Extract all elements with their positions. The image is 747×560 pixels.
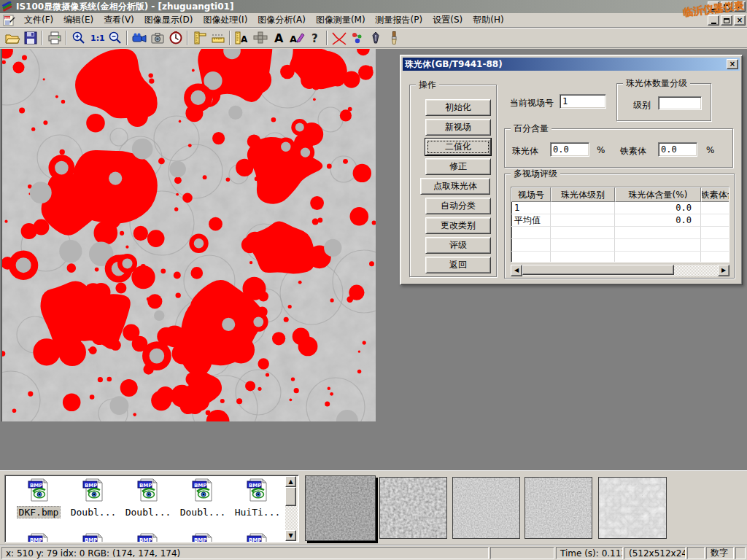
grid-cross-button[interactable] [251, 29, 269, 47]
col-pearlite-content[interactable]: 珠光体含量(%) [615, 187, 701, 202]
svg-text:A: A [241, 34, 248, 44]
file-name[interactable]: Doubl... [124, 507, 173, 518]
document-system-icon[interactable]: DOC [3, 15, 16, 26]
scroll-up-button[interactable]: ▲ [285, 476, 296, 487]
menu-image-analysis[interactable]: 图像分析(A) [252, 12, 311, 28]
mdi-close-button[interactable]: × [734, 15, 746, 26]
file-item[interactable]: HuiTi... [231, 478, 284, 518]
ruler-button[interactable] [209, 29, 227, 47]
pearlite-input[interactable] [550, 142, 589, 157]
cell-pearlite: 0.0 [615, 214, 701, 227]
cell-grade [551, 214, 615, 227]
svg-text:?: ? [311, 32, 318, 45]
current-field-input[interactable] [560, 94, 606, 109]
ferrite-input[interactable] [658, 142, 697, 157]
minimize-button[interactable] [708, 1, 719, 12]
caliper-button[interactable] [190, 29, 209, 47]
menu-image-display[interactable]: 图像显示(D) [139, 12, 198, 28]
grade-level-label: 级别 [633, 99, 651, 112]
table-row[interactable]: 1 0.0 [511, 202, 729, 214]
menu-image-process[interactable]: 图像处理(I) [198, 12, 252, 28]
file-item[interactable]: Doubl... [67, 478, 120, 518]
file-item[interactable]: DKF.bmp [12, 478, 65, 518]
file-name[interactable]: Doubl... [69, 507, 118, 518]
particle-classify-button[interactable]: a [348, 29, 366, 47]
percent-group-label: 百分含量 [511, 123, 551, 133]
zoom-in-button[interactable] [69, 29, 88, 47]
mdi-minimize-button[interactable] [708, 15, 719, 26]
close-button[interactable]: × [734, 1, 746, 12]
dialog-close-button[interactable]: × [727, 59, 738, 69]
rate-button[interactable]: 评级 [425, 237, 491, 254]
file-name[interactable]: Doubl... [179, 507, 228, 518]
return-button[interactable]: 返回 [425, 257, 491, 273]
new-field-button[interactable]: 新视场 [425, 119, 491, 136]
save-button[interactable] [21, 29, 39, 47]
cell-field-no: 1 [511, 202, 551, 214]
help-button[interactable]: ? [306, 29, 324, 47]
col-field-no[interactable]: 视场号 [511, 187, 551, 202]
horizontal-scroll-thumb[interactable] [522, 265, 674, 275]
grade-level-input[interactable] [658, 96, 702, 110]
thumbnail-4[interactable] [525, 477, 592, 539]
print-button[interactable] [45, 29, 63, 47]
multifield-group: 多视场评级 视场号 珠光体级别 珠光体含量(%) 铁素体含量(%) 1 0.0 [504, 174, 735, 279]
video-camera-button[interactable] [130, 29, 148, 47]
thumbnail-3[interactable] [452, 477, 520, 539]
actual-size-button[interactable]: 1:1 [88, 29, 106, 47]
menu-file[interactable]: 文件(F) [19, 12, 58, 28]
initialize-button[interactable]: 初始化 [425, 99, 491, 116]
file-item[interactable]: Doubl... [177, 478, 229, 518]
menu-view[interactable]: 查看(V) [98, 12, 139, 28]
vertical-scroll-track[interactable] [285, 506, 298, 530]
col-pearlite-grade[interactable]: 珠光体级别 [551, 187, 615, 202]
thumbnail-2[interactable] [379, 477, 447, 539]
bottom-panel: DKF.bmp Doubl... Doubl... Doubl... HuiTi… [0, 470, 747, 545]
thumbnail-5[interactable] [598, 477, 667, 539]
file-list-scrollbar[interactable]: ▲ ▼ [285, 476, 298, 541]
open-button[interactable] [3, 29, 21, 47]
menu-settings[interactable]: 设置(S) [427, 12, 468, 28]
metallographic-image[interactable] [1, 49, 376, 421]
text-button[interactable]: A [269, 29, 287, 47]
scroll-right-button[interactable]: ▶ [718, 265, 729, 276]
scroll-down-button[interactable]: ▼ [285, 530, 296, 541]
pick-pearlite-button[interactable]: 点取珠光体 [420, 178, 490, 195]
timer-button[interactable] [166, 29, 185, 47]
horizontal-scroll-track[interactable] [674, 265, 718, 276]
menu-edit[interactable]: 编辑(E) [58, 12, 98, 28]
vertical-scroll-thumb[interactable] [285, 487, 296, 506]
file-list[interactable]: DKF.bmp Doubl... Doubl... Doubl... HuiTi… [4, 475, 299, 542]
svg-text:A: A [274, 31, 284, 45]
binarize-button[interactable]: 二值化 [425, 139, 491, 155]
zoom-out-button[interactable] [106, 29, 124, 47]
status-bar: x: 510 y: 79 idx: 0 RGB: (174, 174, 174)… [0, 545, 747, 560]
menu-help[interactable]: 帮助(H) [468, 12, 508, 28]
pen-button[interactable] [366, 29, 384, 47]
rating-table[interactable]: 视场号 珠光体级别 珠光体含量(%) 铁素体含量(%) 1 0.0 平均值 [511, 187, 729, 262]
menu-report[interactable]: 测量报告(P) [371, 12, 428, 28]
file-item[interactable]: Doubl... [122, 478, 174, 518]
curve-measure-button[interactable] [330, 29, 348, 47]
correct-button[interactable]: 修正 [425, 158, 491, 175]
cell-ferrite [701, 202, 729, 214]
auto-classify-button[interactable]: 自动分类 [425, 198, 491, 214]
annotate-button[interactable]: A [287, 29, 306, 47]
scroll-left-button[interactable]: ◀ [511, 265, 522, 276]
camera-button[interactable] [148, 29, 166, 47]
col-ferrite-content[interactable]: 铁素体含量(%) [701, 187, 729, 202]
thumbnail-1[interactable] [305, 475, 376, 541]
table-row[interactable]: 平均值 0.0 [511, 214, 729, 227]
file-name[interactable]: HuiTi... [233, 507, 282, 518]
file-row-clipped [5, 531, 282, 542]
mdi-restore-button[interactable] [721, 15, 732, 26]
file-name[interactable]: DKF.bmp [17, 506, 61, 518]
menu-image-measure[interactable]: 图像测量(M) [311, 12, 371, 28]
brush-button[interactable] [384, 29, 403, 47]
restore-button[interactable] [721, 1, 732, 12]
measure-text-button[interactable]: A [233, 29, 251, 47]
dialog-title-bar[interactable]: 珠光体(GB/T9441-88) × [403, 58, 740, 71]
table-horizontal-scrollbar[interactable]: ◀ ▶ [511, 265, 729, 276]
change-class-button[interactable]: 更改类别 [425, 217, 491, 234]
ferrite-percent-sign: % [706, 145, 714, 155]
